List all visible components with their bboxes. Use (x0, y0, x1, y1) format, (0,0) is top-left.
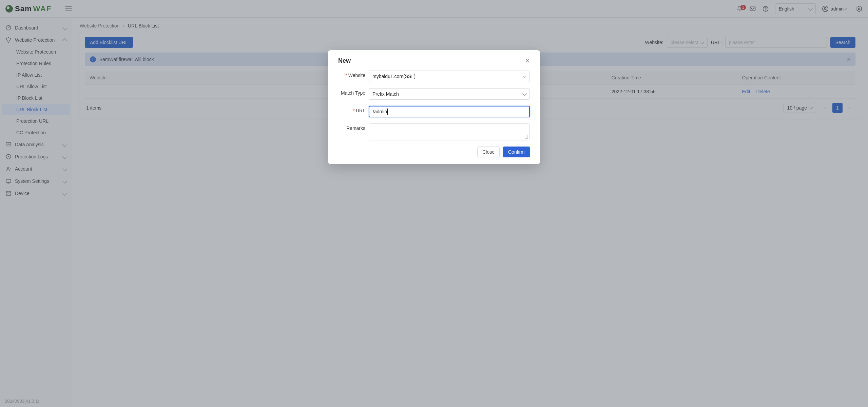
input-value: /admin (373, 109, 387, 114)
modal-match-type-select[interactable]: Prefix Match (369, 88, 530, 100)
field-label-url: *URL (338, 106, 369, 113)
modal-remarks-textarea[interactable] (369, 123, 530, 140)
select-value: mybaidu1.com(SSL) (372, 74, 416, 79)
modal-mask[interactable]: New ✕ *Website mybaidu1.com(SSL) Match T… (0, 0, 868, 407)
field-label-remarks: Remarks (338, 123, 369, 131)
modal-website-select[interactable]: mybaidu1.com(SSL) (369, 71, 530, 82)
modal-close-action-button[interactable]: Close (477, 147, 500, 157)
field-label-website: *Website (338, 71, 369, 78)
modal-close-button[interactable]: ✕ (525, 57, 530, 64)
modal-url-input[interactable]: /admin (369, 106, 530, 117)
select-value: Prefix Match (372, 91, 399, 97)
modal-title: New (338, 57, 351, 64)
new-blocklist-modal: New ✕ *Website mybaidu1.com(SSL) Match T… (328, 50, 540, 164)
text-cursor (387, 109, 388, 115)
modal-confirm-button[interactable]: Confirm (503, 147, 530, 157)
field-label-match-type: Match Type (338, 88, 369, 96)
